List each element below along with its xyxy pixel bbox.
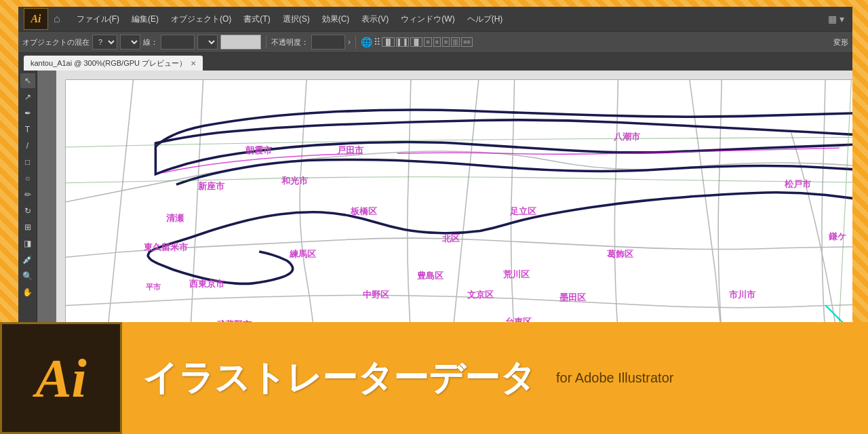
opacity-input[interactable]: 100% xyxy=(311,35,345,50)
tool-eyedropper[interactable]: 💉 xyxy=(20,252,35,267)
tool-type[interactable]: T xyxy=(20,122,35,137)
ruler-corner xyxy=(56,71,66,80)
doc-tab-title: kantou_A1ai @ 300%(RGB/GPU プレビュー） xyxy=(31,58,186,68)
doc-tabs: kantou_A1ai @ 300%(RGB/GPU プレビュー） ✕ xyxy=(18,53,852,71)
doc-tab-close[interactable]: ✕ xyxy=(191,60,196,67)
menu-edit[interactable]: 編集(E) xyxy=(126,11,164,28)
map-label-清瀬: 清瀬 xyxy=(166,212,184,224)
map-label-東久留米市: 東久留米市 xyxy=(144,241,188,254)
tool-select[interactable]: ↖ xyxy=(20,73,35,88)
tool-pen[interactable]: ✒ xyxy=(20,106,35,121)
map-label-葛飾区: 葛飾区 xyxy=(607,248,633,260)
map-label-鎌ケ: 鎌ケ xyxy=(829,231,846,243)
stroke-input[interactable] xyxy=(161,35,195,50)
ai-logo-large: Ai xyxy=(0,322,122,434)
map-label-中野区: 中野区 xyxy=(363,289,389,301)
dist-horiz-icon[interactable]: ||| xyxy=(451,37,460,47)
map-label-戸田市: 戸田市 xyxy=(337,144,363,157)
map-label-北区: 北区 xyxy=(442,233,460,245)
dist-vert-icon[interactable]: ≡≡ xyxy=(461,37,473,47)
menu-file[interactable]: ファイル(F) xyxy=(71,11,125,28)
blend-mode-select2[interactable]: ? xyxy=(120,35,140,50)
map-label-西東京市: 西東京市 xyxy=(189,278,224,290)
tool-blend[interactable]: ⊞ xyxy=(20,220,35,235)
ruler-top xyxy=(56,71,852,80)
color-swatch[interactable] xyxy=(220,35,261,50)
tool-gradient[interactable]: ◨ xyxy=(20,236,35,251)
tool-hand[interactable]: ✋ xyxy=(20,285,35,300)
map-label-板橋区: 板橋区 xyxy=(351,205,377,218)
tool-rotate[interactable]: ↻ xyxy=(20,203,35,218)
bottom-main-text: イラストレーターデータ xyxy=(142,355,536,402)
bottom-overlay: Ai イラストレーターデータ for Adobe Illustrator xyxy=(0,322,868,434)
align-bottom-icon[interactable]: ≡ xyxy=(442,37,450,47)
title-bar: Ai ⌂ ファイル(F) 編集(E) オブジェクト(O) 書式(T) 選択(S)… xyxy=(18,7,852,31)
stroke-unit-select[interactable] xyxy=(197,35,218,50)
home-icon[interactable]: ⌂ xyxy=(54,13,60,25)
menu-object[interactable]: オブジェクト(O) xyxy=(165,11,237,28)
dots-icon[interactable]: ⠿ xyxy=(374,37,380,47)
toolbar: オブジェクトの混在 ? ? 線： 不透明度： 100% › 🌐 ⠿ ▐▌ ▌▐ … xyxy=(18,31,852,53)
map-label-松戸市: 松戸市 xyxy=(785,178,811,191)
align-left-icon[interactable]: ▐▌ xyxy=(382,37,395,47)
menu-help[interactable]: ヘルプ(H) xyxy=(462,11,509,28)
tool-line[interactable]: / xyxy=(20,138,35,153)
map-label-朝霞市: 朝霞市 xyxy=(245,144,272,157)
ai-logo-titlebar: Ai xyxy=(24,8,48,30)
menu-bar: ファイル(F) 編集(E) オブジェクト(O) 書式(T) 選択(S) 効果(C… xyxy=(71,11,825,28)
menu-view[interactable]: 表示(V) xyxy=(356,11,394,28)
align-middle-icon[interactable]: ≡ xyxy=(433,37,441,47)
grid-icon[interactable]: ▦ ▾ xyxy=(825,11,847,27)
align-icons: 🌐 ⠿ ▐▌ ▌▐ ▐▌ ≡ ≡ ≡ ||| ≡≡ xyxy=(361,37,473,47)
tool-brush[interactable]: ✏ xyxy=(20,187,35,202)
transform-label: 変形 xyxy=(833,37,848,47)
map-label-墨田区: 墨田区 xyxy=(559,292,586,304)
opacity-expand[interactable]: › xyxy=(348,37,351,47)
doc-tab-active[interactable]: kantou_A1ai @ 300%(RGB/GPU プレビュー） ✕ xyxy=(24,56,203,71)
map-label-足立区: 足立区 xyxy=(510,205,536,218)
bottom-text-bar: イラストレーターデータ for Adobe Illustrator xyxy=(122,322,868,434)
tool-rect[interactable]: □ xyxy=(20,155,35,170)
opacity-label: 不透明度： xyxy=(271,37,309,47)
map-label-hiragana1: 平市 xyxy=(146,282,161,292)
blend-label: オブジェクトの混在 xyxy=(22,37,90,47)
map-label-和光市: 和光市 xyxy=(281,175,308,187)
separator2 xyxy=(355,35,356,49)
ai-logo-large-text: Ai xyxy=(35,351,87,406)
menu-window[interactable]: ウィンドウ(W) xyxy=(395,11,460,28)
menu-type[interactable]: 書式(T) xyxy=(238,11,275,28)
map-label-練馬区: 練馬区 xyxy=(290,248,316,260)
menu-effect[interactable]: 効果(C) xyxy=(317,11,355,28)
map-label-荒川区: 荒川区 xyxy=(503,269,530,281)
separator1 xyxy=(266,35,267,49)
app-window: Ai ⌂ ファイル(F) 編集(E) オブジェクト(O) 書式(T) 選択(S)… xyxy=(18,7,852,376)
menu-right: ▦ ▾ xyxy=(825,11,847,27)
align-top-icon[interactable]: ≡ xyxy=(424,37,431,47)
globe-icon[interactable]: 🌐 xyxy=(361,37,372,47)
menu-select[interactable]: 選択(S) xyxy=(277,11,315,28)
tool-zoom[interactable]: 🔍 xyxy=(20,269,35,283)
align-center-icon[interactable]: ▌▐ xyxy=(396,37,409,47)
map-label-新座市: 新座市 xyxy=(198,180,224,193)
blend-mode-select[interactable]: ? xyxy=(92,35,117,50)
tool-ellipse[interactable]: ○ xyxy=(20,171,35,186)
align-right-icon[interactable]: ▐▌ xyxy=(410,37,423,47)
bottom-sub-text: for Adobe Illustrator xyxy=(556,370,673,386)
stroke-label: 線： xyxy=(143,37,158,47)
map-label-文京区: 文京区 xyxy=(467,289,494,301)
map-label-豊島区: 豊島区 xyxy=(417,270,443,282)
map-label-八潮市: 八潮市 xyxy=(614,131,640,143)
tool-direct-select[interactable]: ↗ xyxy=(20,90,35,104)
map-label-市川市: 市川市 xyxy=(729,289,755,301)
